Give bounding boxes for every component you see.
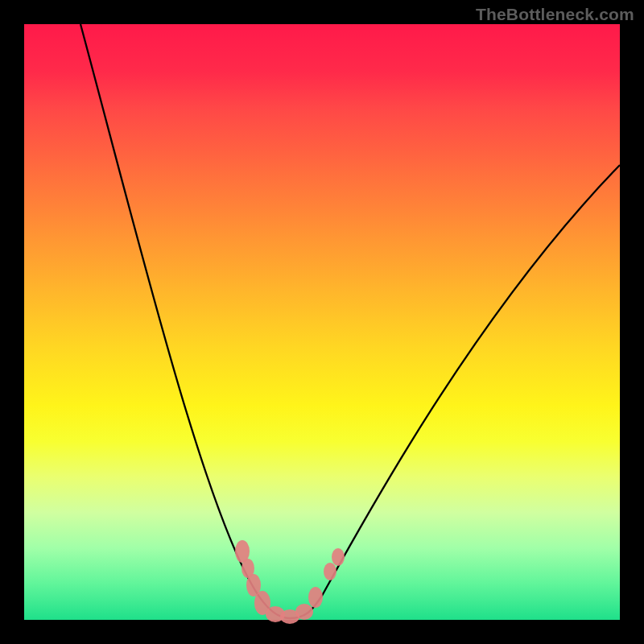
watermark-text: TheBottleneck.com <box>476 5 634 24</box>
curve-marker <box>295 604 313 620</box>
chart-svg <box>24 24 620 620</box>
curve-marker <box>308 587 323 608</box>
curve-marker <box>324 563 336 580</box>
chart-plot-area <box>24 24 620 620</box>
curve-marker <box>332 548 345 566</box>
marker-layer <box>235 540 345 624</box>
bottleneck-curve <box>80 24 620 618</box>
chart-stage: TheBottleneck.com <box>0 0 644 644</box>
